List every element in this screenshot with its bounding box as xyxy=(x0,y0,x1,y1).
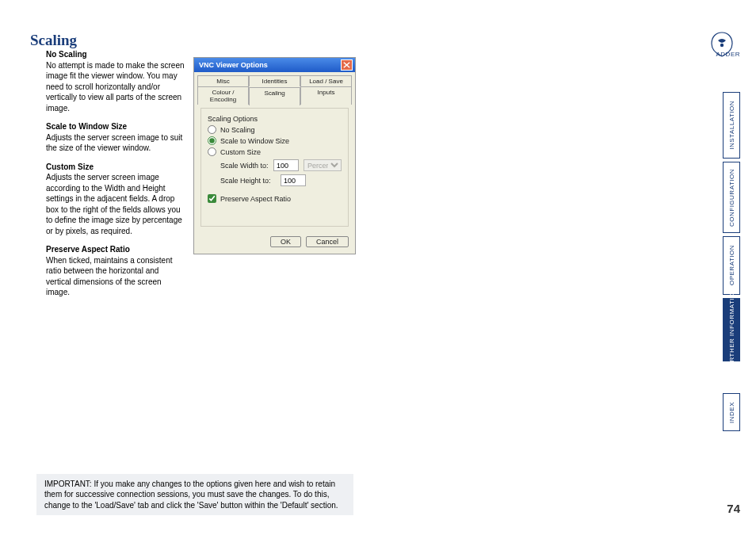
nav-further-information[interactable]: FURTHER INFORMATION xyxy=(723,298,740,361)
brand-name: ADDER xyxy=(716,51,740,58)
section-body-noscaling: No attempt is made to make the screen im… xyxy=(46,60,185,114)
radio-custom-size-input[interactable] xyxy=(208,147,216,156)
scale-width-label: Scale Width to: xyxy=(220,162,269,170)
radio-scale-to-window-input[interactable] xyxy=(208,136,216,145)
scale-unit-select[interactable]: Percent xyxy=(304,159,342,171)
tab-colour-encoding[interactable]: Colour / Encoding xyxy=(197,86,249,105)
dialog-tabs: Misc Identities Load / Save Colour / Enc… xyxy=(194,72,355,105)
important-note: IMPORTANT: If you make any changes to th… xyxy=(36,474,353,516)
nav-index[interactable]: INDEX xyxy=(723,393,740,431)
close-icon[interactable] xyxy=(341,59,353,71)
radio-custom-size-label: Custom Size xyxy=(220,148,261,156)
checkbox-preserve-aspect-input[interactable] xyxy=(208,194,216,203)
nav-configuration[interactable]: CONFIGURATION xyxy=(723,162,740,233)
section-heading-preserve: Preserve Aspect Ratio xyxy=(46,244,185,255)
radio-scale-to-window-label: Scale to Window Size xyxy=(220,137,289,145)
nav-configuration-label: CONFIGURATION xyxy=(728,162,735,233)
tab-load-save[interactable]: Load / Save xyxy=(300,75,352,86)
scale-height-row: Scale Height to: xyxy=(220,174,342,186)
radio-scale-to-window[interactable]: Scale to Window Size xyxy=(208,136,342,145)
page-number: 74 xyxy=(727,502,740,515)
nav-installation[interactable]: INSTALLATION xyxy=(723,92,740,159)
section-heading-noscaling: No Scaling xyxy=(46,49,185,60)
scale-height-label: Scale Height to: xyxy=(220,177,276,185)
scale-width-input[interactable] xyxy=(273,159,299,171)
dialog-title: VNC Viewer Options xyxy=(199,61,341,69)
group-legend: Scaling Options xyxy=(208,115,258,123)
svg-point-0 xyxy=(720,44,724,47)
nav-further-label: FURTHER INFORMATION xyxy=(728,281,735,377)
page-title: Scaling xyxy=(30,32,77,49)
radio-no-scaling[interactable]: No Scaling xyxy=(208,125,342,134)
tab-identities[interactable]: Identities xyxy=(249,75,300,86)
section-heading-scaletowin: Scale to Window Size xyxy=(46,121,185,132)
cancel-button[interactable]: Cancel xyxy=(306,236,349,247)
content-column: No Scaling No attempt is made to make th… xyxy=(46,49,185,298)
radio-custom-size[interactable]: Custom Size xyxy=(208,147,342,156)
section-body-preserve: When ticked, maintains a consistent rati… xyxy=(46,255,185,298)
scale-height-input[interactable] xyxy=(281,174,306,186)
ok-button[interactable]: OK xyxy=(270,236,301,247)
scale-width-row: Scale Width to: Percent xyxy=(220,159,342,171)
section-heading-custom: Custom Size xyxy=(46,162,185,173)
nav-installation-label: INSTALLATION xyxy=(728,94,735,156)
tab-inputs[interactable]: Inputs xyxy=(300,86,352,105)
checkbox-preserve-aspect[interactable]: Preserve Aspect Ratio xyxy=(208,194,342,203)
tab-misc[interactable]: Misc xyxy=(197,75,249,86)
vnc-options-dialog: VNC Viewer Options Misc Identities Load … xyxy=(193,57,356,254)
tab-scaling[interactable]: Scaling xyxy=(249,87,300,105)
radio-no-scaling-input[interactable] xyxy=(208,125,216,134)
section-body-scaletowin: Adjusts the server screen image to suit … xyxy=(46,132,185,154)
radio-no-scaling-label: No Scaling xyxy=(220,126,255,134)
scaling-options-group: Scaling Options No Scaling Scale to Wind… xyxy=(200,108,349,227)
section-body-custom: Adjusts the server screen image accordin… xyxy=(46,172,185,236)
nav-index-label: INDEX xyxy=(728,396,735,430)
checkbox-preserve-aspect-label: Preserve Aspect Ratio xyxy=(220,195,291,203)
dialog-titlebar: VNC Viewer Options xyxy=(194,58,355,72)
